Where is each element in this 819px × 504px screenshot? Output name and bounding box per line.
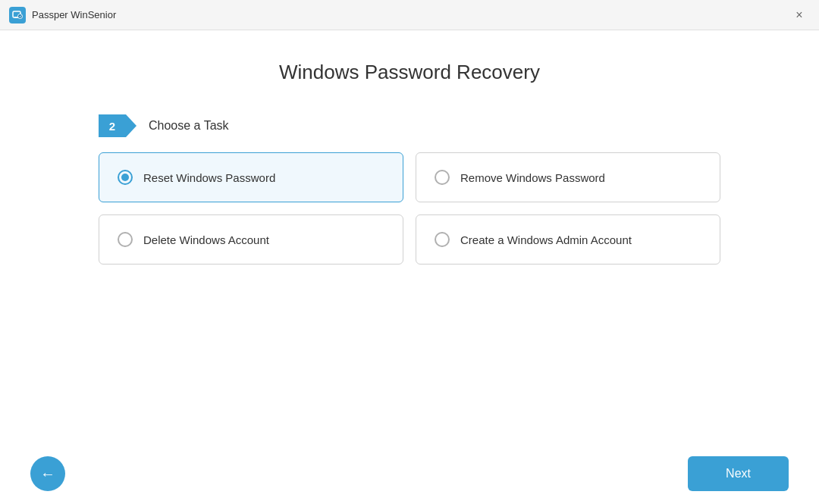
app-title: Passper WinSenior [32,9,116,20]
step-section: 2 Choose a Task Reset Windows Password R… [99,114,720,265]
options-grid: Reset Windows Password Remove Windows Pa… [99,152,720,265]
option-remove[interactable]: Remove Windows Password [416,152,720,202]
close-button[interactable]: × [789,5,810,26]
page-title: Windows Password Recovery [279,61,540,84]
step-indicator: 2 Choose a Task [99,114,720,137]
option-reset-label: Reset Windows Password [143,171,275,184]
radio-reset [118,170,133,185]
title-bar: Passper WinSenior × [0,0,819,30]
app-icon [9,7,26,23]
back-arrow-icon: ← [40,465,55,483]
back-button[interactable]: ← [30,456,65,491]
radio-create [435,232,450,247]
option-remove-label: Remove Windows Password [460,171,605,184]
step-badge: 2 [99,114,136,137]
radio-reset-inner [121,174,129,181]
step-number: 2 [99,114,126,137]
title-bar-left: Passper WinSenior [9,7,116,23]
radio-remove [435,170,450,185]
option-create-label: Create a Windows Admin Account [460,233,632,246]
svg-point-2 [18,14,23,18]
step-arrow-icon [126,114,136,137]
main-content: Windows Password Recovery 2 Choose a Tas… [0,30,819,443]
option-delete-label: Delete Windows Account [143,233,269,246]
footer: ← Next [0,443,819,504]
option-create[interactable]: Create a Windows Admin Account [416,214,720,265]
option-reset[interactable]: Reset Windows Password [99,152,403,202]
next-button[interactable]: Next [688,456,789,491]
step-label: Choose a Task [149,119,229,133]
option-delete[interactable]: Delete Windows Account [99,214,403,265]
radio-delete [118,232,133,247]
